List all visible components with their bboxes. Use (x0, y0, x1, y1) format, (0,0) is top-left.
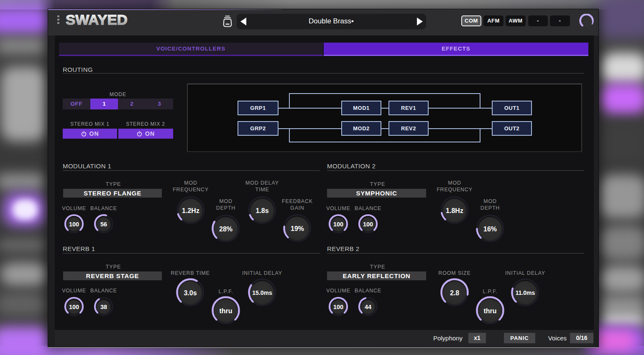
svg-text:MOD2: MOD2 (353, 125, 370, 132)
svg-text:GRP2: GRP2 (250, 125, 266, 132)
svg-text:MOD1: MOD1 (353, 105, 370, 111)
svg-text:OUT2: OUT2 (504, 125, 520, 132)
svg-text:11.0ms: 11.0ms (516, 289, 535, 296)
svg-text:REV1: REV1 (401, 105, 416, 111)
svg-text:19%: 19% (291, 225, 304, 232)
svg-text:100: 100 (69, 221, 79, 228)
svg-text:56: 56 (100, 221, 107, 228)
svg-text:100: 100 (333, 304, 343, 310)
svg-text:28%: 28% (219, 226, 233, 233)
svg-text:GRP1: GRP1 (250, 105, 266, 111)
svg-text:SWAYED: SWAYED (66, 12, 128, 28)
svg-text:REV2: REV2 (401, 125, 416, 132)
svg-text:15.0ms: 15.0ms (252, 289, 272, 296)
svg-text:100: 100 (333, 221, 343, 228)
svg-text:100: 100 (363, 221, 373, 228)
svg-text:100: 100 (69, 304, 79, 310)
svg-text:OUT1: OUT1 (504, 105, 520, 111)
svg-text:thru: thru (483, 307, 496, 314)
svg-text:44: 44 (365, 304, 371, 310)
svg-text:38: 38 (100, 304, 107, 310)
svg-text:thru: thru (219, 307, 232, 314)
svg-text:16%: 16% (483, 226, 497, 233)
